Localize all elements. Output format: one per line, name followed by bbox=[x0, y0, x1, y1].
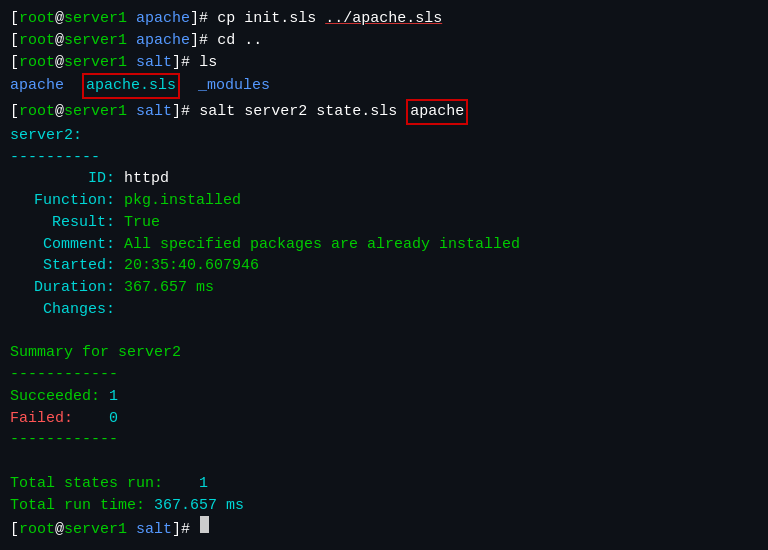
summary-separator: ------------ bbox=[10, 364, 758, 386]
at: @ bbox=[55, 8, 64, 30]
summary-failed: Failed: 0 bbox=[10, 408, 758, 430]
bracket-close: ]# bbox=[190, 30, 208, 52]
val-total-runtime: 367.657 ms bbox=[154, 495, 244, 517]
label-total-runtime: Total run time: bbox=[10, 495, 154, 517]
key-function: Function: bbox=[10, 190, 115, 212]
at: @ bbox=[55, 52, 64, 74]
summary-text: Summary for server2 bbox=[10, 342, 181, 364]
terminal: [root@server1 apache]# cp init.sls ../ap… bbox=[10, 8, 758, 542]
dir-final: salt bbox=[136, 519, 172, 541]
summary-separator2: ------------ bbox=[10, 429, 758, 451]
bracket-open: [ bbox=[10, 101, 19, 123]
dir: salt bbox=[136, 101, 172, 123]
cursor bbox=[200, 516, 209, 533]
user: root bbox=[19, 8, 55, 30]
cmd-highlight: ../apache.sls bbox=[325, 8, 442, 30]
bracket-open: [ bbox=[10, 8, 19, 30]
val-id: httpd bbox=[115, 168, 169, 190]
key-started: Started: bbox=[10, 255, 115, 277]
key-succeeded: Succeeded: bbox=[10, 386, 109, 408]
at-final: @ bbox=[55, 519, 64, 541]
at: @ bbox=[55, 30, 64, 52]
kv-comment: Comment: All specified packages are alre… bbox=[10, 234, 758, 256]
val-succeeded: 1 bbox=[109, 386, 118, 408]
total-runtime: Total run time: 367.657 ms bbox=[10, 495, 758, 517]
cmd-text: cp init.sls bbox=[217, 8, 325, 30]
key-failed: Failed: bbox=[10, 408, 109, 430]
val-duration: 367.657 ms bbox=[115, 277, 214, 299]
host: server1 bbox=[64, 101, 127, 123]
ls-spacer bbox=[64, 75, 82, 97]
key-changes: Changes: bbox=[10, 299, 115, 321]
cmd-text: salt server2 state.sls bbox=[199, 101, 406, 123]
cmd-apache-boxed: apache bbox=[406, 99, 468, 125]
dir: apache bbox=[136, 30, 190, 52]
bracket-close: ]# bbox=[172, 52, 190, 74]
kv-changes: Changes: bbox=[10, 299, 758, 321]
summary-succeeded: Succeeded: 1 bbox=[10, 386, 758, 408]
terminal-line: [root@server1 salt]# ls bbox=[10, 52, 758, 74]
kv-result: Result: True bbox=[10, 212, 758, 234]
cmd-text: cd .. bbox=[217, 30, 262, 52]
user: root bbox=[19, 30, 55, 52]
bracket-close: ]# bbox=[172, 101, 190, 123]
ls-item-apache: apache bbox=[10, 75, 64, 97]
separator-line: ---------- bbox=[10, 147, 100, 169]
bracket-open: [ bbox=[10, 52, 19, 74]
key-duration: Duration: bbox=[10, 277, 115, 299]
key-id: ID: bbox=[10, 168, 115, 190]
kv-id: ID: httpd bbox=[10, 168, 758, 190]
host: server1 bbox=[64, 8, 127, 30]
val-started: 20:35:40.607946 bbox=[115, 255, 259, 277]
ls-item-modules: _modules bbox=[198, 75, 270, 97]
blank-line bbox=[10, 321, 758, 343]
kv-function: Function: pkg.installed bbox=[10, 190, 758, 212]
summary-sep-line: ------------ bbox=[10, 364, 118, 386]
final-prompt: [root@server1 salt]# bbox=[10, 516, 758, 541]
key-comment: Comment: bbox=[10, 234, 115, 256]
kv-started: Started: 20:35:40.607946 bbox=[10, 255, 758, 277]
terminal-line: [root@server1 salt]# salt server2 state.… bbox=[10, 99, 758, 125]
terminal-line: [root@server1 apache]# cd .. bbox=[10, 30, 758, 52]
summary-sep-line2: ------------ bbox=[10, 429, 118, 451]
bracket-open-final: [ bbox=[10, 519, 19, 541]
bracket-close-final: ]# bbox=[172, 519, 190, 541]
dir: salt bbox=[136, 52, 172, 74]
dir: apache bbox=[136, 8, 190, 30]
cmd-text: ls bbox=[199, 52, 217, 74]
ls-output-line: apache apache.sls _modules bbox=[10, 73, 758, 99]
bracket-open: [ bbox=[10, 30, 19, 52]
user: root bbox=[19, 101, 55, 123]
val-comment: All specified packages are already insta… bbox=[115, 234, 520, 256]
user-final: root bbox=[19, 519, 55, 541]
bracket-close: ]# bbox=[190, 8, 208, 30]
summary-header: Summary for server2 bbox=[10, 342, 758, 364]
label-total-states: Total states run: bbox=[10, 473, 199, 495]
val-total-states: 1 bbox=[199, 473, 208, 495]
val-failed: 0 bbox=[109, 408, 118, 430]
val-result: True bbox=[115, 212, 160, 234]
separator: ---------- bbox=[10, 147, 758, 169]
terminal-line: [root@server1 apache]# cp init.sls ../ap… bbox=[10, 8, 758, 30]
host-final: server1 bbox=[64, 519, 127, 541]
at: @ bbox=[55, 101, 64, 123]
key-result: Result: bbox=[10, 212, 115, 234]
val-function: pkg.installed bbox=[115, 190, 241, 212]
host: server1 bbox=[64, 30, 127, 52]
total-states: Total states run: 1 bbox=[10, 473, 758, 495]
ls-spacer2 bbox=[180, 75, 198, 97]
blank-line2 bbox=[10, 451, 758, 473]
ls-item-apache-sls: apache.sls bbox=[82, 73, 180, 99]
output-server: server2: bbox=[10, 125, 758, 147]
kv-duration: Duration: 367.657 ms bbox=[10, 277, 758, 299]
user: root bbox=[19, 52, 55, 74]
server-label: server2: bbox=[10, 125, 82, 147]
host: server1 bbox=[64, 52, 127, 74]
